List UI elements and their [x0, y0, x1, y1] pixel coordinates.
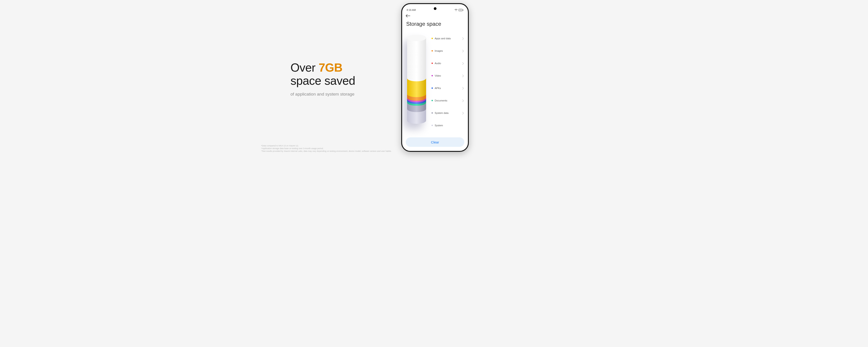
- legend-dot-icon: [432, 88, 433, 89]
- headline-accent: 7GB: [319, 61, 342, 74]
- legend-dot-icon: [432, 63, 433, 64]
- clear-button[interactable]: Clear: [406, 137, 464, 147]
- status-time: 8:16 AM: [407, 8, 416, 11]
- legend-label: Apps and data: [435, 37, 451, 40]
- svg-rect-2: [459, 9, 462, 11]
- headline: Over 7GB space saved: [290, 61, 355, 87]
- back-icon[interactable]: [406, 14, 410, 18]
- footnote-line: *Data compared to MIUI 13 on Xiaomi 12.: [261, 144, 392, 147]
- chevron-right-icon: [462, 62, 464, 64]
- chevron-right-icon: [462, 87, 464, 89]
- chevron-right-icon: [462, 112, 464, 114]
- clear-button-label: Clear: [431, 140, 439, 144]
- battery-icon: [458, 9, 463, 11]
- footnote-line: *Test results provided by Xiaomi Interna…: [261, 150, 392, 153]
- legend-dot-icon: [432, 100, 433, 101]
- legend-item[interactable]: System data: [432, 107, 464, 119]
- legend-label: Documents: [435, 99, 447, 102]
- storage-content: Apps and dataImagesAudioVideoAPKsDocumen…: [406, 32, 464, 136]
- legend-item[interactable]: Documents: [432, 94, 464, 107]
- phone-screen: 8:16 AM Storage space: [402, 4, 468, 151]
- legend-item: System: [432, 119, 464, 131]
- legend-item[interactable]: Apps and data: [432, 32, 464, 44]
- legend-label: Audio: [435, 62, 441, 65]
- storage-cylinder-icon: [407, 35, 426, 125]
- wifi-icon: [455, 9, 458, 11]
- legend-item[interactable]: Images: [432, 44, 464, 57]
- headline-pre: Over: [290, 61, 319, 74]
- legend-label: Video: [435, 74, 441, 77]
- camera-hole-icon: [434, 7, 436, 10]
- headline-post: space saved: [290, 74, 355, 87]
- legend-dot-icon: [432, 75, 433, 76]
- legend-item[interactable]: Video: [432, 69, 464, 82]
- chevron-right-icon: [462, 37, 464, 39]
- svg-rect-1: [463, 9, 463, 11]
- marketing-copy: Over 7GB space saved of application and …: [290, 61, 355, 97]
- legend-dot-icon: [432, 50, 433, 52]
- legend-dot-icon: [432, 112, 433, 114]
- legend-dot-icon: [432, 38, 433, 39]
- footnotes: *Data compared to MIUI 13 on Xiaomi 12. …: [261, 144, 392, 153]
- phone-frame: 8:16 AM Storage space: [401, 3, 469, 152]
- legend-item[interactable]: Audio: [432, 57, 464, 69]
- chevron-right-icon: [462, 74, 464, 77]
- footnote-line: *Application storage data base on testin…: [261, 147, 392, 150]
- chevron-right-icon: [462, 50, 464, 52]
- legend-item[interactable]: APKs: [432, 82, 464, 94]
- legend-dot-icon: [432, 125, 433, 126]
- storage-legend: Apps and dataImagesAudioVideoAPKsDocumen…: [432, 32, 464, 131]
- legend-label: System: [435, 124, 443, 127]
- legend-label: Images: [435, 50, 443, 52]
- chevron-right-icon: [462, 99, 464, 102]
- legend-label: System data: [435, 112, 448, 114]
- subline: of application and system storage: [290, 92, 355, 97]
- page-title: Storage space: [406, 21, 464, 27]
- svg-point-10: [407, 35, 426, 41]
- legend-label: APKs: [435, 87, 441, 90]
